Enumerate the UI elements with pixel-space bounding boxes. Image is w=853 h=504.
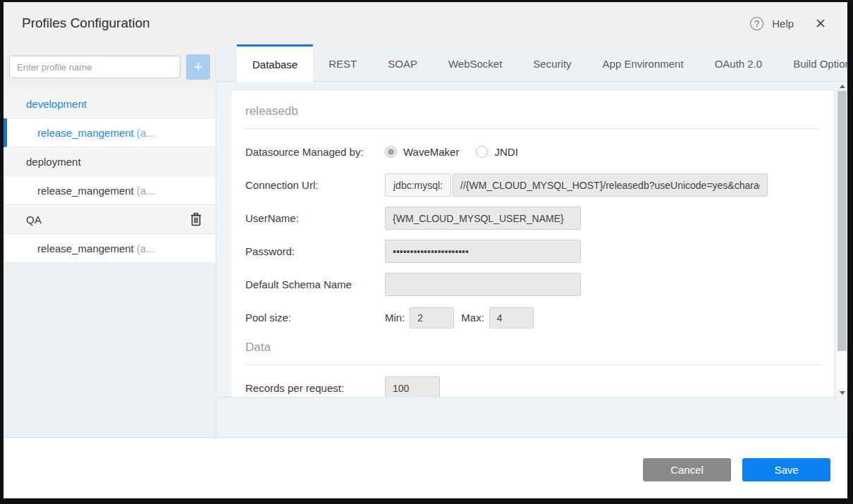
pool-max-input[interactable] [489, 307, 534, 328]
settings-tab-bar: Database REST SOAP WebSocket Security Ap… [217, 44, 847, 82]
profile-group-label: development [26, 98, 87, 110]
page-title: Profiles Configuration [22, 16, 150, 31]
scrollbar-thumb[interactable] [837, 91, 847, 351]
scroll-down-icon[interactable] [837, 388, 847, 398]
tab-app-environment[interactable]: App Environment [587, 44, 699, 81]
radio-selected-icon [385, 146, 397, 158]
password-input[interactable] [385, 240, 581, 263]
cancel-button[interactable]: Cancel [643, 458, 731, 481]
save-button[interactable]: Save [742, 458, 830, 481]
username-row: UserName: [245, 207, 820, 230]
username-input[interactable] [385, 207, 581, 230]
sidebar-item-deployment[interactable]: deployment [4, 147, 216, 176]
connection-url-label: Connection Url: [245, 179, 385, 191]
records-per-request-input[interactable] [385, 376, 440, 398]
pool-max-label: Max: [461, 312, 484, 324]
wavemaker-radio[interactable]: WaveMaker [385, 146, 459, 158]
records-per-request-label: Records per request: [245, 382, 385, 394]
tab-soap[interactable]: SOAP [372, 44, 433, 81]
section-title-data: Data [245, 339, 820, 365]
default-schema-input[interactable] [385, 273, 581, 296]
section-title-releasedb: releasedb [245, 99, 820, 129]
pool-size-label: Pool size: [245, 312, 385, 324]
pool-min-input[interactable] [410, 307, 454, 328]
service-label: release_mangement [37, 242, 134, 254]
default-schema-label: Default Schema Name [245, 278, 385, 290]
pool-size-row: Pool size: Min: Max: [245, 306, 820, 329]
dialog-footer: Cancel Save [4, 437, 847, 498]
delete-profile-trash-icon[interactable] [189, 211, 203, 227]
tab-security[interactable]: Security [517, 44, 587, 81]
service-label-suffix: (a... [137, 185, 155, 197]
database-settings-card: releasedb Datasource Managed by: WaveMak… [231, 90, 835, 398]
profile-name-input[interactable] [9, 56, 180, 78]
profile-group-label: deployment [26, 156, 81, 168]
scroll-up-icon[interactable] [837, 82, 847, 91]
scroll-viewport: releasedb Datasource Managed by: WaveMak… [217, 82, 837, 398]
help-question-icon[interactable]: ? [750, 17, 763, 30]
tab-build-options[interactable]: Build Options [778, 44, 847, 81]
sidebar-item-release-mangement-qa[interactable]: release_mangement (a... [4, 234, 216, 263]
password-row: Password: [245, 240, 820, 263]
connection-url-row: Connection Url: jdbc:mysql: [245, 173, 820, 197]
sidebar-item-development[interactable]: development [4, 90, 216, 118]
service-label: release_mangement [37, 185, 134, 197]
tab-database[interactable]: Database [237, 44, 313, 82]
jndi-radio-label: JNDI [494, 146, 517, 158]
tab-pane-database: releasedb Datasource Managed by: WaveMak… [217, 82, 847, 437]
tab-oauth[interactable]: OAuth 2.0 [699, 44, 778, 81]
jndi-radio[interactable]: JNDI [476, 146, 517, 158]
profiles-configuration-dialog: Profiles Configuration ? Help ✕ + develo… [4, 2, 847, 498]
password-label: Password: [245, 245, 385, 257]
datasource-label: Datasource Managed by: [245, 146, 385, 158]
pool-min-label: Min: [385, 312, 405, 324]
tab-rest[interactable]: REST [313, 44, 372, 81]
dialog-header: Profiles Configuration ? Help ✕ [4, 2, 847, 44]
add-profile-button[interactable]: + [186, 54, 210, 80]
sidebar-item-release-mangement-deployment[interactable]: release_mangement (a... [4, 176, 216, 205]
default-schema-row: Default Schema Name [245, 273, 820, 296]
profile-group-label: QA [26, 214, 42, 226]
help-link[interactable]: Help [772, 18, 794, 30]
service-label-suffix: (a... [137, 127, 155, 139]
main-panel: Database REST SOAP WebSocket Security Ap… [217, 44, 847, 437]
records-per-request-row: Records per request: [245, 376, 820, 398]
profile-add-row: + [4, 44, 216, 90]
sidebar-item-qa[interactable]: QA [4, 205, 216, 234]
radio-unselected-icon [476, 146, 488, 158]
close-icon[interactable]: ✕ [812, 14, 829, 33]
wavemaker-radio-label: WaveMaker [403, 146, 459, 158]
tab-websocket[interactable]: WebSocket [433, 44, 517, 81]
service-label-suffix: (a... [137, 242, 155, 254]
jdbc-prefix: jdbc:mysql: [385, 173, 451, 197]
connection-url-input[interactable] [453, 173, 768, 197]
vertical-scrollbar[interactable] [837, 82, 847, 398]
username-label: UserName: [245, 212, 385, 224]
service-label: release_mangement [37, 127, 134, 139]
sidebar-item-release-mangement-selected[interactable]: release_mangement (a... [4, 118, 216, 147]
datasource-row: Datasource Managed by: WaveMaker JNDI [245, 140, 820, 164]
profiles-sidebar: + development release_mangement (a... de… [4, 44, 216, 437]
